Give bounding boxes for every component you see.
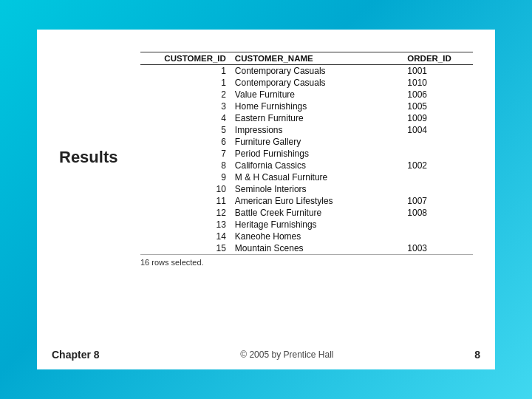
footer: Chapter 8 © 2005 by Prentice Hall 8 [37, 349, 495, 361]
cell-order-id: 1006 [404, 89, 473, 100]
cell-order-id [404, 183, 473, 195]
table-row: 10Seminole Interiors [140, 183, 473, 195]
table-row: 1Contemporary Casuals1001 [140, 65, 473, 78]
footer-copyright: © 2005 by Prentice Hall [240, 349, 333, 360]
cell-customer-id: 6 [140, 136, 232, 148]
cell-order-id: 1007 [404, 195, 473, 207]
cell-order-id [404, 231, 473, 242]
cell-order-id [404, 136, 473, 148]
cell-customer-name: Contemporary Casuals [232, 65, 404, 78]
cell-customer-name: Home Furnishings [232, 100, 404, 112]
cell-customer-name: Kaneohe Homes [232, 231, 404, 242]
table-row: 2Value Furniture1006 [140, 89, 473, 100]
header-order-id: ORDER_ID [404, 52, 473, 65]
cell-customer-name: Furniture Gallery [232, 136, 404, 148]
cell-customer-name: M & H Casual Furniture [232, 171, 404, 183]
cell-order-id [404, 148, 473, 160]
cell-customer-id: 7 [140, 148, 232, 160]
cell-customer-name: Value Furniture [232, 89, 404, 100]
cell-customer-name: Impressions [232, 124, 404, 136]
cell-customer-id: 14 [140, 231, 232, 242]
cell-order-id: 1008 [404, 207, 473, 219]
footer-chapter: Chapter 8 [52, 349, 100, 361]
cell-customer-id: 1 [140, 77, 232, 89]
cell-customer-id: 8 [140, 160, 232, 171]
table-row: 15Mountain Scenes1003 [140, 242, 473, 255]
table-row: 5Impressions1004 [140, 124, 473, 136]
cell-order-id: 1002 [404, 160, 473, 171]
cell-customer-id: 3 [140, 100, 232, 112]
cell-order-id: 1010 [404, 77, 473, 89]
table-area: CUSTOMER_ID CUSTOMER_NAME ORDER_ID 1Cont… [140, 52, 473, 255]
cell-customer-id: 9 [140, 171, 232, 183]
cell-customer-name: Battle Creek Furniture [232, 207, 404, 219]
cell-customer-name: Eastern Furniture [232, 112, 404, 124]
cell-customer-id: 15 [140, 242, 232, 255]
cell-customer-name: American Euro Lifestyles [232, 195, 404, 207]
table-row: 8California Cassics1002 [140, 160, 473, 171]
slide: Results CUSTOMER_ID CUSTOMER_NAME ORDER_… [37, 30, 495, 369]
cell-order-id [404, 171, 473, 183]
cell-customer-name: Seminole Interiors [232, 183, 404, 195]
cell-customer-id: 11 [140, 195, 232, 207]
cell-customer-name: Contemporary Casuals [232, 77, 404, 89]
cell-order-id: 1005 [404, 100, 473, 112]
cell-customer-name: Mountain Scenes [232, 242, 404, 255]
cell-order-id: 1003 [404, 242, 473, 255]
cell-customer-id: 5 [140, 124, 232, 136]
cell-customer-id: 4 [140, 112, 232, 124]
cell-order-id: 1004 [404, 124, 473, 136]
cell-customer-id: 10 [140, 183, 232, 195]
cell-customer-name: Heritage Furnishings [232, 219, 404, 231]
table-row: 13Heritage Furnishings [140, 219, 473, 231]
header-customer-id: CUSTOMER_ID [140, 52, 232, 65]
cell-customer-id: 2 [140, 89, 232, 100]
cell-order-id [404, 219, 473, 231]
table-row: 3Home Furnishings1005 [140, 100, 473, 112]
rows-selected: 16 rows selected. [140, 258, 473, 267]
table-row: 7Period Furnishings [140, 148, 473, 160]
table-row: 9M & H Casual Furniture [140, 171, 473, 183]
footer-page: 8 [474, 349, 480, 361]
header-customer-name: CUSTOMER_NAME [232, 52, 404, 65]
cell-customer-id: 1 [140, 65, 232, 78]
table-row: 11American Euro Lifestyles1007 [140, 195, 473, 207]
table-row: 14Kaneohe Homes [140, 231, 473, 242]
table-row: 1Contemporary Casuals1010 [140, 77, 473, 89]
table-row: 6Furniture Gallery [140, 136, 473, 148]
cell-customer-id: 12 [140, 207, 232, 219]
cell-customer-name: California Cassics [232, 160, 404, 171]
cell-order-id: 1001 [404, 65, 473, 78]
table-row: 12Battle Creek Furniture1008 [140, 207, 473, 219]
table-row: 4Eastern Furniture1009 [140, 112, 473, 124]
cell-customer-name: Period Furnishings [232, 148, 404, 160]
cell-customer-id: 13 [140, 219, 232, 231]
results-label: Results [59, 148, 117, 167]
data-table: CUSTOMER_ID CUSTOMER_NAME ORDER_ID 1Cont… [140, 52, 473, 255]
cell-order-id: 1009 [404, 112, 473, 124]
